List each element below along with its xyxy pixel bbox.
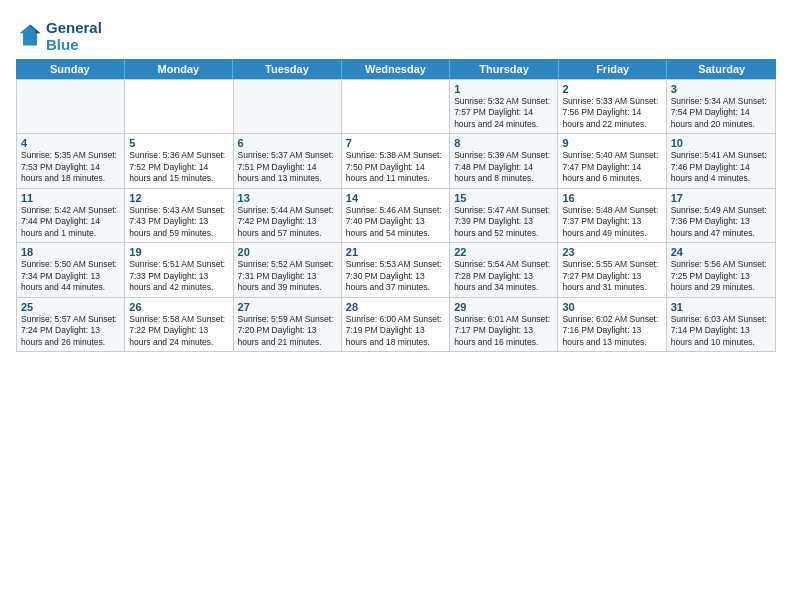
calendar-cell: 6Sunrise: 5:37 AM Sunset: 7:51 PM Daylig…: [234, 134, 342, 187]
cell-info: Sunrise: 5:32 AM Sunset: 7:57 PM Dayligh…: [454, 96, 553, 130]
calendar-cell: 7Sunrise: 5:38 AM Sunset: 7:50 PM Daylig…: [342, 134, 450, 187]
cell-info: Sunrise: 5:58 AM Sunset: 7:22 PM Dayligh…: [129, 314, 228, 348]
calendar: SundayMondayTuesdayWednesdayThursdayFrid…: [16, 59, 776, 604]
cell-info: Sunrise: 5:52 AM Sunset: 7:31 PM Dayligh…: [238, 259, 337, 293]
calendar-cell: 23Sunrise: 5:55 AM Sunset: 7:27 PM Dayli…: [558, 243, 666, 296]
cell-info: Sunrise: 6:01 AM Sunset: 7:17 PM Dayligh…: [454, 314, 553, 348]
calendar-cell: [17, 80, 125, 133]
cell-info: Sunrise: 5:34 AM Sunset: 7:54 PM Dayligh…: [671, 96, 771, 130]
day-number: 17: [671, 192, 771, 204]
day-number: 3: [671, 83, 771, 95]
day-number: 30: [562, 301, 661, 313]
cell-info: Sunrise: 5:40 AM Sunset: 7:47 PM Dayligh…: [562, 150, 661, 184]
calendar-cell: [234, 80, 342, 133]
weekday-header-wednesday: Wednesday: [342, 59, 451, 79]
weekday-header-monday: Monday: [125, 59, 234, 79]
day-number: 29: [454, 301, 553, 313]
calendar-cell: 22Sunrise: 5:54 AM Sunset: 7:28 PM Dayli…: [450, 243, 558, 296]
cell-info: Sunrise: 6:00 AM Sunset: 7:19 PM Dayligh…: [346, 314, 445, 348]
cell-info: Sunrise: 5:43 AM Sunset: 7:43 PM Dayligh…: [129, 205, 228, 239]
cell-info: Sunrise: 5:53 AM Sunset: 7:30 PM Dayligh…: [346, 259, 445, 293]
calendar-cell: 9Sunrise: 5:40 AM Sunset: 7:47 PM Daylig…: [558, 134, 666, 187]
cell-info: Sunrise: 5:41 AM Sunset: 7:46 PM Dayligh…: [671, 150, 771, 184]
calendar-cell: 28Sunrise: 6:00 AM Sunset: 7:19 PM Dayli…: [342, 298, 450, 351]
day-number: 11: [21, 192, 120, 204]
day-number: 16: [562, 192, 661, 204]
calendar-cell: 16Sunrise: 5:48 AM Sunset: 7:37 PM Dayli…: [558, 189, 666, 242]
cell-info: Sunrise: 5:56 AM Sunset: 7:25 PM Dayligh…: [671, 259, 771, 293]
day-number: 26: [129, 301, 228, 313]
calendar-cell: 24Sunrise: 5:56 AM Sunset: 7:25 PM Dayli…: [667, 243, 775, 296]
cell-info: Sunrise: 5:37 AM Sunset: 7:51 PM Dayligh…: [238, 150, 337, 184]
day-number: 20: [238, 246, 337, 258]
cell-info: Sunrise: 5:44 AM Sunset: 7:42 PM Dayligh…: [238, 205, 337, 239]
day-number: 31: [671, 301, 771, 313]
cell-info: Sunrise: 5:48 AM Sunset: 7:37 PM Dayligh…: [562, 205, 661, 239]
cell-info: Sunrise: 5:57 AM Sunset: 7:24 PM Dayligh…: [21, 314, 120, 348]
day-number: 28: [346, 301, 445, 313]
calendar-cell: 25Sunrise: 5:57 AM Sunset: 7:24 PM Dayli…: [17, 298, 125, 351]
calendar-row-4: 25Sunrise: 5:57 AM Sunset: 7:24 PM Dayli…: [17, 298, 775, 351]
calendar-cell: 30Sunrise: 6:02 AM Sunset: 7:16 PM Dayli…: [558, 298, 666, 351]
day-number: 25: [21, 301, 120, 313]
calendar-cell: 4Sunrise: 5:35 AM Sunset: 7:53 PM Daylig…: [17, 134, 125, 187]
cell-info: Sunrise: 5:38 AM Sunset: 7:50 PM Dayligh…: [346, 150, 445, 184]
weekday-header-tuesday: Tuesday: [233, 59, 342, 79]
day-number: 10: [671, 137, 771, 149]
day-number: 13: [238, 192, 337, 204]
calendar-cell: 18Sunrise: 5:50 AM Sunset: 7:34 PM Dayli…: [17, 243, 125, 296]
calendar-cell: 11Sunrise: 5:42 AM Sunset: 7:44 PM Dayli…: [17, 189, 125, 242]
page: General Blue SundayMondayTuesdayWednesda…: [0, 0, 792, 612]
day-number: 12: [129, 192, 228, 204]
calendar-header: SundayMondayTuesdayWednesdayThursdayFrid…: [16, 59, 776, 79]
cell-info: Sunrise: 6:03 AM Sunset: 7:14 PM Dayligh…: [671, 314, 771, 348]
calendar-cell: 14Sunrise: 5:46 AM Sunset: 7:40 PM Dayli…: [342, 189, 450, 242]
calendar-cell: 31Sunrise: 6:03 AM Sunset: 7:14 PM Dayli…: [667, 298, 775, 351]
calendar-cell: 27Sunrise: 5:59 AM Sunset: 7:20 PM Dayli…: [234, 298, 342, 351]
cell-info: Sunrise: 5:54 AM Sunset: 7:28 PM Dayligh…: [454, 259, 553, 293]
calendar-cell: 21Sunrise: 5:53 AM Sunset: 7:30 PM Dayli…: [342, 243, 450, 296]
cell-info: Sunrise: 5:46 AM Sunset: 7:40 PM Dayligh…: [346, 205, 445, 239]
cell-info: Sunrise: 5:55 AM Sunset: 7:27 PM Dayligh…: [562, 259, 661, 293]
day-number: 9: [562, 137, 661, 149]
cell-info: Sunrise: 5:49 AM Sunset: 7:36 PM Dayligh…: [671, 205, 771, 239]
calendar-body: 1Sunrise: 5:32 AM Sunset: 7:57 PM Daylig…: [17, 80, 775, 351]
weekday-header-thursday: Thursday: [450, 59, 559, 79]
calendar-cell: [125, 80, 233, 133]
calendar-cell: 19Sunrise: 5:51 AM Sunset: 7:33 PM Dayli…: [125, 243, 233, 296]
cell-info: Sunrise: 5:47 AM Sunset: 7:39 PM Dayligh…: [454, 205, 553, 239]
cell-info: Sunrise: 6:02 AM Sunset: 7:16 PM Dayligh…: [562, 314, 661, 348]
header: General Blue: [16, 16, 776, 53]
calendar-row-2: 11Sunrise: 5:42 AM Sunset: 7:44 PM Dayli…: [17, 189, 775, 243]
cell-info: Sunrise: 5:39 AM Sunset: 7:48 PM Dayligh…: [454, 150, 553, 184]
cell-info: Sunrise: 5:42 AM Sunset: 7:44 PM Dayligh…: [21, 205, 120, 239]
day-number: 2: [562, 83, 661, 95]
calendar-body-wrapper: 1Sunrise: 5:32 AM Sunset: 7:57 PM Daylig…: [16, 79, 776, 352]
calendar-cell: 12Sunrise: 5:43 AM Sunset: 7:43 PM Dayli…: [125, 189, 233, 242]
day-number: 19: [129, 246, 228, 258]
day-number: 23: [562, 246, 661, 258]
calendar-cell: 15Sunrise: 5:47 AM Sunset: 7:39 PM Dayli…: [450, 189, 558, 242]
logo-icon: [16, 21, 44, 49]
calendar-cell: 13Sunrise: 5:44 AM Sunset: 7:42 PM Dayli…: [234, 189, 342, 242]
day-number: 14: [346, 192, 445, 204]
cell-info: Sunrise: 5:59 AM Sunset: 7:20 PM Dayligh…: [238, 314, 337, 348]
calendar-cell: 5Sunrise: 5:36 AM Sunset: 7:52 PM Daylig…: [125, 134, 233, 187]
calendar-cell: 26Sunrise: 5:58 AM Sunset: 7:22 PM Dayli…: [125, 298, 233, 351]
calendar-cell: 8Sunrise: 5:39 AM Sunset: 7:48 PM Daylig…: [450, 134, 558, 187]
logo-text: General Blue: [46, 20, 102, 53]
cell-info: Sunrise: 5:33 AM Sunset: 7:56 PM Dayligh…: [562, 96, 661, 130]
calendar-row-0: 1Sunrise: 5:32 AM Sunset: 7:57 PM Daylig…: [17, 80, 775, 134]
calendar-row-3: 18Sunrise: 5:50 AM Sunset: 7:34 PM Dayli…: [17, 243, 775, 297]
calendar-cell: 17Sunrise: 5:49 AM Sunset: 7:36 PM Dayli…: [667, 189, 775, 242]
weekday-header-sunday: Sunday: [16, 59, 125, 79]
day-number: 15: [454, 192, 553, 204]
day-number: 24: [671, 246, 771, 258]
calendar-cell: 1Sunrise: 5:32 AM Sunset: 7:57 PM Daylig…: [450, 80, 558, 133]
calendar-cell: 2Sunrise: 5:33 AM Sunset: 7:56 PM Daylig…: [558, 80, 666, 133]
svg-marker-0: [20, 24, 41, 45]
day-number: 18: [21, 246, 120, 258]
calendar-cell: 20Sunrise: 5:52 AM Sunset: 7:31 PM Dayli…: [234, 243, 342, 296]
weekday-header-friday: Friday: [559, 59, 668, 79]
day-number: 8: [454, 137, 553, 149]
